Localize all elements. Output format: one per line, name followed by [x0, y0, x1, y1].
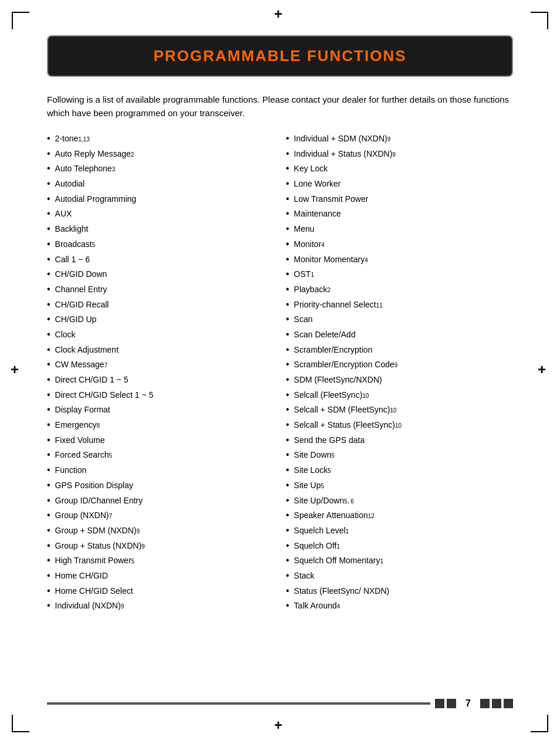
list-item: Clock	[47, 329, 274, 341]
list-item: Monitor Momentary4	[286, 253, 513, 266]
right-column: Individual + SDM (NXDN)9Individual + Sta…	[286, 133, 513, 615]
list-item: Site Up5	[286, 479, 513, 492]
corner-mark-br	[531, 715, 548, 732]
cross-mark-right	[538, 366, 549, 378]
footer-square-5	[504, 699, 513, 708]
list-item: CH/GID Up	[47, 313, 274, 326]
list-item: Direct CH/GID Select 1 ~ 5	[47, 389, 274, 402]
list-item: Individual + SDM (NXDN)9	[286, 133, 513, 146]
footer-squares-left	[435, 699, 456, 708]
list-item: Backlight	[47, 223, 274, 236]
list-item: Auto Reply Message2	[47, 148, 274, 161]
list-item: 2-tone1,13	[47, 133, 274, 146]
list-item: Clock Adjustment	[47, 344, 274, 357]
list-item: OST1	[286, 268, 513, 281]
page-title: PROGRAMMABLE FUNCTIONS	[60, 47, 500, 65]
list-item: Autodial Programming	[47, 193, 274, 206]
list-item: Emergency8	[47, 419, 274, 432]
list-item: Display Format	[47, 404, 274, 417]
cross-mark-left	[11, 366, 22, 378]
list-item: Group + SDM (NXDN)9	[47, 525, 274, 537]
list-item: Scan Delete/Add	[286, 329, 513, 341]
list-item: Low Transmit Power	[286, 193, 513, 206]
list-item: Key Lock	[286, 163, 513, 175]
list-item: Call 1 ~ 6	[47, 253, 274, 266]
list-item: Talk Around4	[286, 600, 513, 613]
footer-square-2	[447, 699, 456, 708]
list-item: Scrambler/Encryption Code9	[286, 359, 513, 371]
list-item: SDM (FleetSync/NXDN)	[286, 374, 513, 387]
list-item: Direct CH/GID 1 ~ 5	[47, 374, 274, 387]
functions-list-container: 2-tone1,13Auto Reply Message2Auto Teleph…	[47, 133, 513, 615]
list-item: CH/GID Recall	[47, 299, 274, 312]
list-item: Function	[47, 464, 274, 477]
list-item: Selcall + Status (FleetSync)10	[286, 419, 513, 432]
list-item: Site Lock5	[286, 464, 513, 477]
footer-line-left	[47, 702, 430, 705]
intro-paragraph: Following is a list of available program…	[47, 93, 513, 120]
list-item: Selcall + SDM (FleetSync)10	[286, 404, 513, 417]
left-column: 2-tone1,13Auto Reply Message2Auto Teleph…	[47, 133, 286, 615]
list-item: CW Message7	[47, 359, 274, 371]
right-function-list: Individual + SDM (NXDN)9Individual + Sta…	[286, 133, 513, 613]
cross-mark-bottom	[274, 722, 286, 733]
list-item: Group (NXDN)7	[47, 509, 274, 522]
list-item: Speaker Attenuation12	[286, 509, 513, 522]
list-item: Squelch Level1	[286, 525, 513, 537]
list-item: Monitor4	[286, 238, 513, 251]
list-item: Stack	[286, 570, 513, 583]
list-item: Scrambler/Encryption	[286, 344, 513, 357]
list-item: CH/GID Down	[47, 268, 274, 281]
title-banner: PROGRAMMABLE FUNCTIONS	[47, 35, 513, 77]
list-item: Maintenance	[286, 208, 513, 221]
list-item: AUX	[47, 208, 274, 221]
cross-mark-top	[274, 11, 286, 22]
left-function-list: 2-tone1,13Auto Reply Message2Auto Teleph…	[47, 133, 274, 613]
list-item: Send the GPS data	[286, 434, 513, 447]
corner-mark-tr	[531, 12, 548, 29]
list-item: Squelch Off1	[286, 540, 513, 553]
list-item: Forced Search5	[47, 449, 274, 462]
list-item: Lone Worker	[286, 178, 513, 191]
list-item: Auto Telephone3	[47, 163, 274, 175]
page-number: 7	[465, 698, 471, 709]
list-item: Group + Status (NXDN)9	[47, 540, 274, 553]
corner-mark-tl	[12, 12, 29, 29]
list-item: Priority-channel Select11	[286, 299, 513, 312]
list-item: Fixed Volume	[47, 434, 274, 447]
list-item: Site Up/Down5, 6	[286, 495, 513, 508]
list-item: Scan	[286, 313, 513, 326]
list-item: Individual + Status (NXDN)9	[286, 148, 513, 161]
list-item: Home CH/GID Select	[47, 585, 274, 598]
list-item: Individual (NXDN)9	[47, 600, 274, 613]
list-item: Playback2	[286, 283, 513, 296]
list-item: Menu	[286, 223, 513, 236]
list-item: High Transmit Power5	[47, 554, 274, 567]
list-item: Channel Entry	[47, 283, 274, 296]
footer-squares-right	[480, 699, 513, 708]
list-item: Status (FleetSync/ NXDN)	[286, 585, 513, 598]
list-item: Squelch Off Momentary1	[286, 554, 513, 567]
list-item: GPS Position Display	[47, 479, 274, 492]
footer-square-3	[480, 699, 490, 708]
footer-square-1	[435, 699, 444, 708]
list-item: Autodial	[47, 178, 274, 191]
footer-square-4	[492, 699, 501, 708]
corner-mark-bl	[12, 715, 29, 732]
list-item: Home CH/GID	[47, 570, 274, 583]
list-item: Broadcast5	[47, 238, 274, 251]
list-item: Group ID/Channel Entry	[47, 495, 274, 508]
footer: 7	[47, 698, 513, 709]
list-item: Selcall (FleetSync)10	[286, 389, 513, 402]
list-item: Site Down5	[286, 449, 513, 462]
